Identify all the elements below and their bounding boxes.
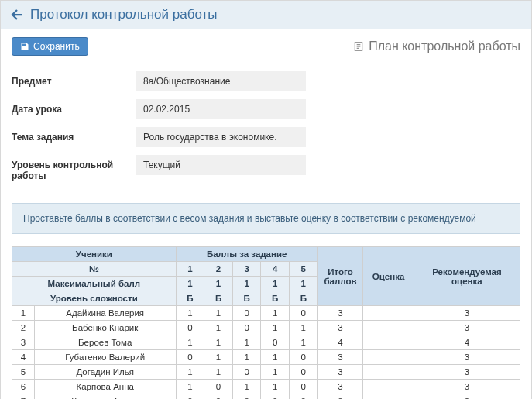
scores-table: УченикиБаллы за заданиеИтого балловОценк… <box>12 246 520 399</box>
recommended-cell: 3 <box>414 380 520 394</box>
grade-cell[interactable] <box>363 321 414 335</box>
table-row: 3Бероев Тома1110144 <box>12 335 520 350</box>
col-total: Итого баллов <box>317 247 363 306</box>
col-grade: Оценка <box>363 247 414 306</box>
difficulty: Б <box>289 291 317 306</box>
back-icon[interactable] <box>10 8 24 22</box>
score-cell[interactable]: 1 <box>176 380 204 394</box>
grade-cell[interactable] <box>363 306 414 321</box>
score-cell[interactable]: 0 <box>232 321 261 335</box>
score-cell[interactable]: 0 <box>289 365 317 380</box>
level-value: Текущий <box>136 155 306 175</box>
student-name: Догадин Илья <box>34 365 176 380</box>
student-name: Килякова Алина <box>34 394 176 400</box>
table-row: 2Бабенко Кнарик0101133 <box>12 321 520 335</box>
grade-cell[interactable] <box>363 394 414 400</box>
total-cell: 3 <box>317 321 363 335</box>
score-cell[interactable]: 1 <box>204 335 233 350</box>
score-cell[interactable]: 0 <box>176 394 204 400</box>
plan-link[interactable]: План контрольной работы <box>353 40 520 53</box>
score-cell[interactable]: 0 <box>232 394 261 400</box>
score-cell[interactable]: 1 <box>204 350 233 365</box>
score-cell[interactable]: 1 <box>232 350 261 365</box>
max-score: 1 <box>176 277 204 291</box>
level-label: Уровень контрольной работы <box>12 155 136 181</box>
total-cell: 3 <box>317 365 363 380</box>
grade-cell[interactable] <box>363 380 414 394</box>
score-cell[interactable]: 1 <box>289 321 317 335</box>
row-number: 3 <box>12 335 35 350</box>
score-cell[interactable]: 1 <box>261 321 290 335</box>
col-question: 2 <box>204 262 233 277</box>
total-cell: 3 <box>317 380 363 394</box>
score-cell[interactable]: 0 <box>176 350 204 365</box>
row-number: 7 <box>12 394 35 400</box>
score-cell[interactable]: 0 <box>289 380 317 394</box>
score-cell[interactable]: 0 <box>204 394 233 400</box>
subject-value: 8а/Обществознание <box>136 71 306 91</box>
score-cell[interactable]: 1 <box>176 306 204 321</box>
total-cell: 0 <box>317 394 363 400</box>
row-label-max: Максимальный балл <box>12 277 177 291</box>
difficulty: Б <box>204 291 233 306</box>
student-name: Карпова Анна <box>34 380 176 394</box>
score-cell[interactable]: 1 <box>261 380 290 394</box>
topic-value: Роль государства в экономике. <box>136 127 306 147</box>
score-cell[interactable]: 1 <box>204 306 233 321</box>
score-cell[interactable]: 1 <box>176 365 204 380</box>
score-cell[interactable]: 1 <box>261 306 290 321</box>
score-cell[interactable]: 1 <box>261 350 290 365</box>
score-cell[interactable]: 1 <box>289 335 317 350</box>
row-number: 5 <box>12 365 35 380</box>
score-cell[interactable]: 1 <box>232 335 261 350</box>
score-cell[interactable]: 1 <box>261 365 290 380</box>
col-question: 1 <box>176 262 204 277</box>
student-name: Губатенко Валерий <box>34 350 176 365</box>
score-cell[interactable]: 0 <box>232 306 261 321</box>
table-row: 6Карпова Анна1011033 <box>12 380 520 394</box>
plan-link-label: План контрольной работы <box>369 40 520 53</box>
row-number: 4 <box>12 350 35 365</box>
recommended-cell: 4 <box>414 335 520 350</box>
score-cell[interactable]: 0 <box>261 394 290 400</box>
grade-cell[interactable] <box>363 335 414 350</box>
col-students: Ученики <box>12 247 177 262</box>
score-cell[interactable]: 0 <box>261 335 290 350</box>
table-row: 5Догадин Илья1101033 <box>12 365 520 380</box>
total-cell: 3 <box>317 350 363 365</box>
page-title: Протокол контрольной работы <box>30 7 218 22</box>
max-score: 1 <box>232 277 261 291</box>
score-cell[interactable]: 0 <box>289 306 317 321</box>
score-cell[interactable]: 0 <box>176 321 204 335</box>
table-row: 7Килякова Алина0000002 <box>12 394 520 400</box>
score-cell[interactable]: 1 <box>204 321 233 335</box>
recommended-cell: 3 <box>414 365 520 380</box>
score-cell[interactable]: 0 <box>289 394 317 400</box>
row-label-diff: Уровень сложности <box>12 291 177 306</box>
save-button[interactable]: Сохранить <box>12 37 88 56</box>
score-cell[interactable]: 1 <box>204 365 233 380</box>
score-cell[interactable]: 0 <box>232 365 261 380</box>
col-question: 5 <box>289 262 317 277</box>
grade-cell[interactable] <box>363 350 414 365</box>
grade-cell[interactable] <box>363 365 414 380</box>
max-score: 1 <box>261 277 290 291</box>
document-icon <box>353 41 364 52</box>
max-score: 1 <box>204 277 233 291</box>
score-cell[interactable]: 0 <box>289 350 317 365</box>
date-label: Дата урока <box>12 99 136 115</box>
meta-block: Предмет 8а/Обществознание Дата урока 02.… <box>1 59 531 203</box>
recommended-cell: 2 <box>414 394 520 400</box>
score-cell[interactable]: 0 <box>204 380 233 394</box>
row-number: 2 <box>12 321 35 335</box>
score-cell[interactable]: 1 <box>232 380 261 394</box>
recommended-cell: 3 <box>414 306 520 321</box>
max-score: 1 <box>289 277 317 291</box>
difficulty: Б <box>232 291 261 306</box>
save-icon <box>20 42 29 51</box>
subject-label: Предмет <box>12 71 136 87</box>
difficulty: Б <box>176 291 204 306</box>
score-cell[interactable]: 1 <box>176 335 204 350</box>
col-question: 3 <box>232 262 261 277</box>
col-recommended: Рекомендуемая оценка <box>414 247 520 306</box>
